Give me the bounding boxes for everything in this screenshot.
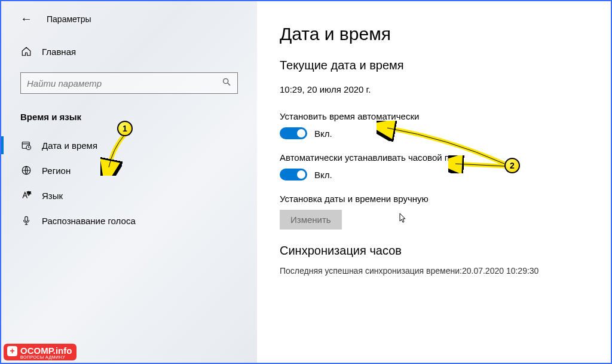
nav-home[interactable]: Главная — [1, 40, 257, 63]
language-icon: 字 — [20, 190, 32, 201]
cursor-icon — [399, 215, 408, 225]
auto-time-state: Вкл. — [314, 129, 332, 139]
back-icon[interactable]: ← — [20, 12, 32, 26]
search-input[interactable] — [27, 78, 222, 88]
annotation-marker-2: 2 — [504, 158, 520, 173]
nav-home-label: Главная — [42, 47, 76, 57]
auto-tz-state: Вкл. — [314, 170, 332, 180]
auto-time-toggle[interactable] — [280, 127, 307, 139]
current-datetime-title: Текущие дата и время — [280, 59, 588, 72]
svg-text:字: 字 — [27, 191, 31, 195]
nav-item-language[interactable]: 字 Язык — [1, 183, 257, 208]
home-icon — [20, 46, 32, 57]
content: Дата и время Текущие дата и время 10:29,… — [257, 1, 611, 363]
manual-set-label: Установка даты и времени вручную — [280, 194, 588, 204]
sidebar: ← Параметры Главная Время и язык Дата и … — [1, 1, 257, 363]
nav-item-speech[interactable]: Распознавание голоса — [1, 208, 257, 233]
change-button[interactable]: Изменить — [280, 210, 342, 230]
globe-icon — [20, 165, 32, 176]
auto-time-label: Установить время автоматически — [280, 111, 588, 121]
microphone-icon — [20, 215, 32, 226]
page-title: Дата и время — [280, 24, 588, 44]
nav-label-datetime: Дата и время — [42, 140, 97, 151]
calendar-clock-icon — [20, 140, 32, 151]
auto-tz-toggle[interactable] — [280, 169, 307, 181]
search-icon — [222, 77, 231, 89]
window-title: Параметры — [47, 14, 91, 24]
svg-line-6 — [29, 148, 30, 148]
nav-item-region[interactable]: Регион — [1, 158, 257, 183]
annotation-marker-1: 1 — [117, 121, 133, 136]
auto-tz-label: Автоматически устанавливать часовой пояс — [280, 152, 588, 163]
sync-title: Синхронизация часов — [280, 244, 588, 258]
sync-last-success: Последняя успешная синхронизация времени… — [280, 266, 588, 276]
site-logo: OCOMP.info ВОПРОСЫ АДМИНУ — [4, 344, 76, 360]
svg-rect-9 — [25, 216, 28, 221]
nav-label-speech: Распознавание голоса — [42, 216, 136, 226]
nav-label-language: Язык — [42, 191, 63, 201]
current-datetime-value: 10:29, 20 июля 2020 г. — [280, 84, 588, 94]
svg-line-1 — [228, 83, 230, 85]
search-field[interactable] — [20, 72, 238, 94]
nav-label-region: Регион — [42, 166, 71, 176]
svg-point-0 — [224, 79, 228, 84]
nav-item-datetime[interactable]: Дата и время — [1, 133, 257, 158]
